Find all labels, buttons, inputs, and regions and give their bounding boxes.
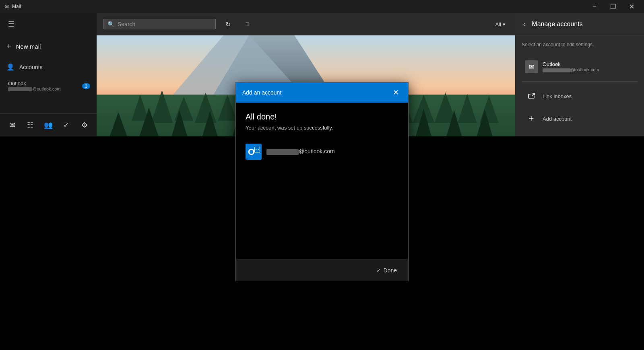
title-bar: ✉ Mail − ❐ ✕: [0, 0, 644, 13]
dialog-spacer: [236, 163, 408, 259]
dialog-account-row: O @outlook.com: [246, 140, 398, 163]
minimize-button[interactable]: −: [585, 0, 604, 13]
dialog-footer: ✓ Done: [236, 259, 408, 281]
add-account-dialog: Add an account ✕ All done! Your account …: [235, 82, 409, 281]
done-check-icon: ✓: [376, 267, 381, 274]
dialog-close-button[interactable]: ✕: [390, 86, 402, 99]
dialog-heading: All done!: [246, 112, 398, 121]
outlook-icon: O: [246, 144, 262, 160]
mail-app-icon: ✉: [5, 4, 9, 9]
dialog-title-bar: Add an account ✕: [236, 82, 408, 103]
dialog-title: Add an account: [242, 89, 281, 96]
title-bar-left: ✉ Mail: [5, 4, 21, 9]
dialog-body: All done! Your account was set up succes…: [236, 103, 408, 163]
dialog-subtext: Your account was set up successfully.: [246, 125, 398, 131]
outlook-icon-svg: O: [246, 144, 262, 160]
dialog-redacted-name: [266, 149, 299, 155]
title-bar-controls: − ❐ ✕: [585, 0, 641, 13]
maximize-button[interactable]: ❐: [604, 0, 622, 13]
done-label: Done: [384, 267, 397, 274]
dialog-email: @outlook.com: [266, 148, 335, 154]
app-title: Mail: [12, 4, 21, 9]
done-button[interactable]: ✓ Done: [372, 265, 402, 276]
svg-text:O: O: [248, 147, 255, 157]
dialog-overlay: Add an account ✕ All done! Your account …: [0, 13, 644, 350]
close-button[interactable]: ✕: [622, 0, 641, 13]
svg-rect-38: [255, 147, 260, 152]
